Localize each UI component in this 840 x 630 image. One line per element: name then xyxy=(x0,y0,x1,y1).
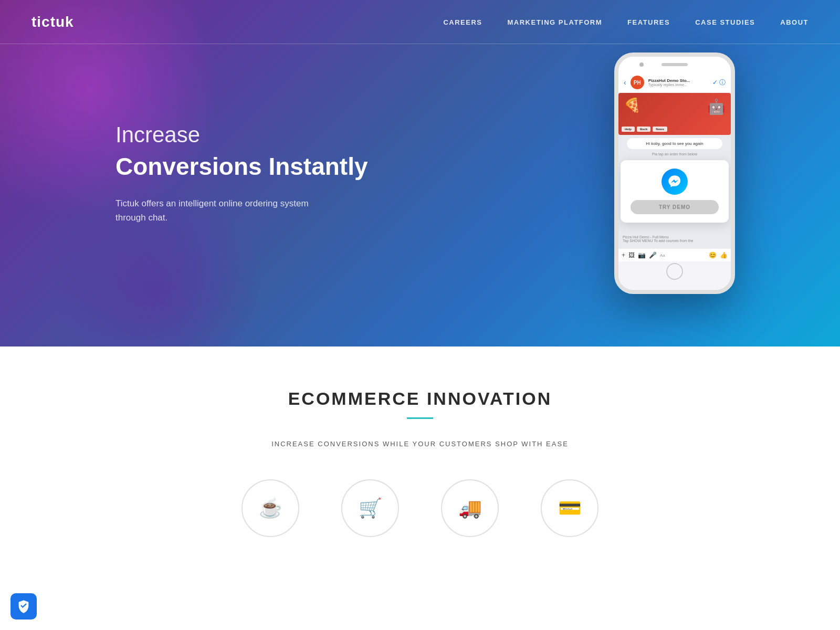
shield-check-icon xyxy=(16,599,31,614)
header-name: PizzaHut Demo Sto... xyxy=(648,78,708,83)
chat-bubble: Hi koby, good to see you again xyxy=(627,138,722,149)
back-arrow: ‹ xyxy=(624,78,626,87)
cart-icon: 🛒 xyxy=(359,497,382,519)
feature-delivery: 🚚 xyxy=(441,479,499,537)
chat-input[interactable]: Aa xyxy=(660,251,706,259)
messenger-card: TRY DEMO xyxy=(621,160,729,223)
phone-device: ‹ PH PizzaHut Demo Sto... Typically repl… xyxy=(614,52,735,294)
emoji-icon[interactable]: 😊 xyxy=(709,251,717,259)
chat-bottom-text: Pizza Hut Demo - Full Menu Tap SHOW MENU… xyxy=(618,233,731,245)
like-icon[interactable]: 👍 xyxy=(720,251,728,259)
ecommerce-section: ECOMMERCE INNOVATION INCREASE CONVERSION… xyxy=(0,346,840,630)
phone-camera xyxy=(639,62,644,67)
hero-content: Increase Conversions Instantly Tictuk of… xyxy=(116,122,368,225)
chat-hint: Pia tap an order from below xyxy=(618,152,731,156)
nav-careers[interactable]: CAREERS xyxy=(443,18,482,26)
mic-icon[interactable]: 🎤 xyxy=(649,251,657,259)
logo[interactable]: tictuk xyxy=(32,14,74,30)
help-btn[interactable]: Help xyxy=(622,127,635,132)
camera-icon[interactable]: 📷 xyxy=(638,251,646,259)
nav-about[interactable]: ABOUT xyxy=(780,18,808,26)
header-info: PizzaHut Demo Sto... Typically replies i… xyxy=(648,78,708,87)
phone-mockup: ‹ PH PizzaHut Demo Sto... Typically repl… xyxy=(614,52,735,294)
delivery-icon: 🚚 xyxy=(458,497,482,519)
hero-section: Increase Conversions Instantly Tictuk of… xyxy=(0,0,840,346)
back-btn[interactable]: Back xyxy=(637,127,650,132)
try-demo-button[interactable]: TRY DEMO xyxy=(631,200,718,214)
pizza-banner: 🍕 🤖 Help Back News xyxy=(618,93,731,135)
payment-icon-circle: 💳 xyxy=(541,479,598,537)
bottom-menu-text: Pizza Hut Demo - Full Menu xyxy=(623,235,727,239)
pizza-hut-avatar: PH xyxy=(631,76,644,89)
add-icon[interactable]: + xyxy=(622,251,625,259)
ecommerce-title: ECOMMERCE INNOVATION xyxy=(32,388,808,409)
nav-marketing[interactable]: MARKETING PLATFORM xyxy=(508,18,603,26)
feature-coffee: ☕ xyxy=(242,479,299,537)
delivery-icon-circle: 🚚 xyxy=(441,479,499,537)
nav-case-studies[interactable]: CASE STUDIES xyxy=(695,18,755,26)
pizza-icon: 🍕 xyxy=(624,97,640,113)
security-badge[interactable] xyxy=(10,593,37,620)
section-divider xyxy=(407,417,433,419)
messenger-logo-svg xyxy=(667,174,682,189)
header-icons: ✓ ⓘ xyxy=(712,78,726,87)
navigation: tictuk CAREERS MARKETING PLATFORM FEATUR… xyxy=(0,0,840,44)
photo-icon[interactable]: 🖼 xyxy=(628,251,635,259)
coffee-icon: ☕ xyxy=(259,497,282,519)
news-btn[interactable]: News xyxy=(653,127,667,132)
banner-buttons: Help Back News xyxy=(622,127,667,132)
hero-title: Conversions Instantly xyxy=(116,152,368,181)
home-button[interactable] xyxy=(666,263,683,280)
phone-speaker xyxy=(662,63,688,66)
messenger-header: ‹ PH PizzaHut Demo Sto... Typically repl… xyxy=(618,72,731,93)
feature-cart: 🛒 xyxy=(341,479,399,537)
bottom-menu-subtext: Tap SHOW MENU To add courses from the xyxy=(623,239,727,243)
messenger-icon xyxy=(662,169,688,195)
phone-top-bar xyxy=(618,57,731,72)
header-status: Typically replies imme... xyxy=(648,83,708,87)
phone-bottom xyxy=(618,261,731,281)
nav-links: CAREERS MARKETING PLATFORM FEATURES CASE… xyxy=(443,18,808,26)
features-row: ☕ 🛒 🚚 💳 xyxy=(32,479,808,537)
robot-icon: 🤖 xyxy=(707,98,726,116)
cart-icon-circle: 🛒 xyxy=(341,479,399,537)
nav-divider xyxy=(0,44,840,44)
hero-subtitle: Increase xyxy=(116,122,368,148)
phone-screen: ‹ PH PizzaHut Demo Sto... Typically repl… xyxy=(618,72,731,261)
chat-footer: + 🖼 📷 🎤 Aa 😊 👍 xyxy=(618,248,731,261)
nav-features[interactable]: FEATURES xyxy=(627,18,670,26)
hero-description: Tictuk offers an intelligent online orde… xyxy=(116,196,315,225)
coffee-icon-circle: ☕ xyxy=(242,479,299,537)
feature-payment: 💳 xyxy=(541,479,598,537)
payment-icon: 💳 xyxy=(558,497,582,519)
ecommerce-subtitle: INCREASE CONVERSIONS WHILE YOUR CUSTOMER… xyxy=(32,440,808,448)
